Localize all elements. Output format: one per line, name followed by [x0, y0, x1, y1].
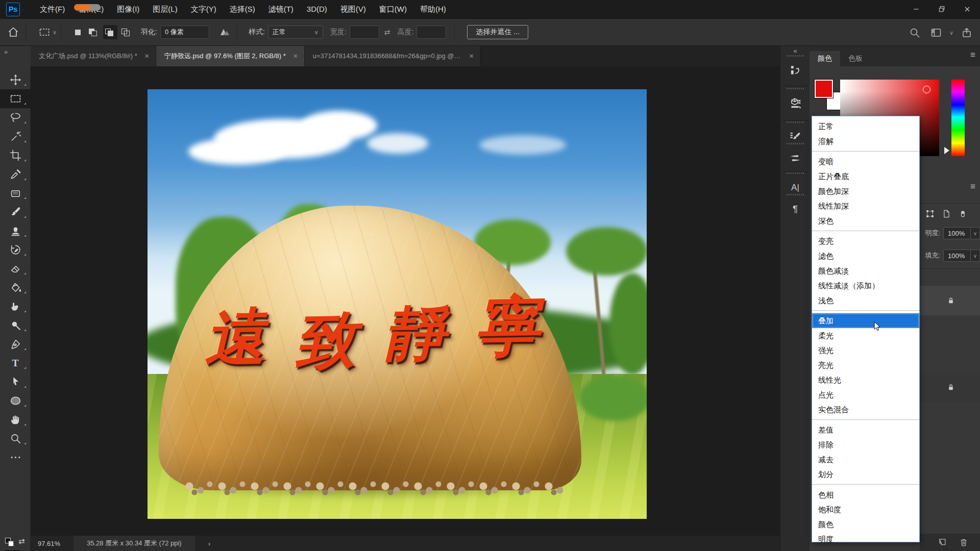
panel-menu-icon[interactable]: ≡	[970, 50, 975, 60]
menu-item[interactable]: 图像(I)	[110, 0, 146, 18]
search-icon[interactable]	[906, 24, 923, 41]
history-brush-tool[interactable]	[0, 240, 31, 259]
zoom-level[interactable]: 97.61%	[38, 540, 74, 547]
tab-close-icon[interactable]: ✕	[144, 53, 150, 60]
subtract-selection-button[interactable]	[103, 25, 117, 39]
move-tool[interactable]	[0, 70, 31, 89]
menu-item[interactable]: 文字(Y)	[184, 0, 223, 18]
paragraph-panel-icon[interactable]: ¶	[780, 199, 810, 219]
tab-close-icon[interactable]: ✕	[293, 53, 298, 60]
lasso-tool[interactable]	[0, 108, 31, 127]
blend-mode-option[interactable]: 变亮	[812, 234, 919, 248]
patch-tool[interactable]	[0, 184, 31, 203]
blend-mode-option[interactable]: 明度	[812, 532, 919, 546]
default-colors-icon[interactable]	[5, 538, 16, 547]
blend-mode-option[interactable]: 饱和度	[812, 502, 919, 517]
blend-mode-option[interactable]: 点光	[812, 387, 919, 402]
swap-dimensions-icon[interactable]: ⇄	[384, 28, 390, 36]
layer-row[interactable]	[920, 372, 980, 402]
blend-mode-option[interactable]: 柔光	[812, 328, 919, 343]
color-panel-foreground[interactable]	[815, 80, 833, 98]
crop-tool[interactable]	[0, 146, 31, 165]
menu-item[interactable]: 视图(V)	[334, 0, 373, 18]
restore-button[interactable]	[929, 0, 954, 18]
tab-color[interactable]: 颜色	[810, 51, 840, 66]
hue-pointer[interactable]	[944, 147, 949, 154]
type-tool[interactable]: T	[0, 354, 31, 372]
fill-dropdown-icon[interactable]: ∨	[971, 249, 980, 262]
home-icon[interactable]	[5, 24, 21, 40]
delete-layer-icon[interactable]	[959, 537, 969, 547]
hue-slider[interactable]	[951, 80, 965, 156]
document-tab[interactable]: 文化广场.psd @ 113%(RGB/8#) *✕	[31, 46, 156, 66]
menu-item[interactable]: 窗口(W)	[373, 0, 413, 18]
zoom-tool[interactable]	[0, 429, 31, 448]
paint-bucket-tool[interactable]	[0, 278, 31, 297]
pen-tool[interactable]	[0, 335, 31, 354]
swap-colors-icon[interactable]: ⇄	[18, 537, 25, 546]
blend-mode-option[interactable]: 排除	[812, 437, 919, 452]
close-button[interactable]	[954, 0, 980, 18]
path-selection-tool[interactable]	[0, 372, 31, 391]
blend-mode-option[interactable]: 颜色	[812, 517, 919, 532]
blend-mode-option[interactable]: 线性光	[812, 372, 919, 387]
fill-value[interactable]: 100%	[943, 249, 971, 262]
3d-panel-icon[interactable]	[780, 93, 810, 113]
add-selection-button[interactable]	[87, 25, 101, 39]
menu-item[interactable]: 图层(L)	[146, 0, 184, 18]
toolbar-collapse-icon[interactable]: »	[0, 46, 31, 66]
brush-tool[interactable]	[0, 203, 31, 221]
minimize-button[interactable]	[903, 0, 929, 18]
clone-stamp-tool[interactable]	[0, 221, 31, 240]
blend-mode-option[interactable]: 差值	[812, 422, 919, 437]
blend-mode-option[interactable]: 颜色加深	[812, 184, 919, 198]
brushes-panel-icon[interactable]	[780, 148, 810, 168]
blend-mode-option[interactable]: 浅色	[812, 293, 919, 308]
blend-mode-option[interactable]: 强光	[812, 343, 919, 358]
document-tab[interactable]: u=3714781434,191836688&fm=26&gp=0.jpg @ …	[305, 46, 481, 66]
smudge-tool[interactable]	[0, 297, 31, 316]
dodge-tool[interactable]	[0, 316, 31, 335]
history-panel-icon[interactable]	[780, 60, 810, 81]
blend-mode-option[interactable]: 滤色	[812, 248, 919, 263]
rectangular-marquee-tool[interactable]	[0, 89, 31, 108]
color-marker[interactable]	[923, 86, 930, 93]
menu-item[interactable]: 滤镜(T)	[262, 0, 300, 18]
blend-mode-option[interactable]: 线性加深	[812, 198, 919, 213]
menu-item[interactable]: 3D(D)	[300, 0, 334, 18]
layer-row-selected[interactable]	[920, 286, 980, 315]
tool-preset-picker[interactable]: ∨	[36, 24, 57, 40]
blend-mode-option[interactable]: 划分	[812, 467, 919, 482]
blend-mode-option[interactable]: 正常	[812, 119, 919, 134]
menu-item[interactable]: 选择(S)	[223, 0, 262, 18]
height-input[interactable]	[416, 26, 446, 39]
chevron-down-icon[interactable]: ∨	[949, 30, 953, 36]
intersect-selection-button[interactable]	[119, 25, 134, 39]
panels-collapse-icon[interactable]: «	[780, 47, 810, 55]
eraser-tool[interactable]	[0, 259, 31, 278]
blend-mode-option[interactable]: 减去	[812, 452, 919, 467]
blend-mode-option[interactable]: 正片叠底	[812, 169, 919, 184]
blend-mode-option[interactable]: 叠加	[812, 313, 919, 328]
blend-mode-option[interactable]: 色相	[812, 487, 919, 502]
new-selection-button[interactable]	[70, 25, 85, 39]
document-size-info[interactable]: 35.28 厘米 x 30.34 厘米 (72 ppi)	[74, 536, 195, 551]
more-tools-tool[interactable]	[0, 448, 31, 467]
feather-input[interactable]: 0 像素	[160, 26, 209, 39]
new-layer-icon[interactable]	[937, 537, 947, 547]
blend-mode-option[interactable]: 颜色减淡	[812, 263, 919, 278]
blend-mode-option[interactable]: 实色混合	[812, 402, 919, 417]
document-tab[interactable]: 宁静致远.psd @ 97.6% (图层 2, RGB/8) *✕	[156, 46, 305, 66]
magic-wand-tool[interactable]	[0, 127, 31, 146]
status-chevron-icon[interactable]: ›	[208, 540, 210, 547]
opacity-dropdown-icon[interactable]: ∨	[971, 227, 980, 239]
blend-mode-option[interactable]: 线性减淡（添加）	[812, 278, 919, 293]
width-input[interactable]	[350, 26, 379, 39]
workspace-icon[interactable]	[928, 24, 944, 41]
document-canvas[interactable]: 遠致靜寧	[148, 89, 647, 519]
blend-mode-option[interactable]: 深色	[812, 213, 919, 228]
tab-close-icon[interactable]: ✕	[469, 53, 474, 60]
tab-swatches[interactable]: 色板	[840, 51, 871, 66]
eyedropper-tool[interactable]	[0, 165, 31, 184]
opacity-value[interactable]: 100%	[943, 227, 971, 239]
